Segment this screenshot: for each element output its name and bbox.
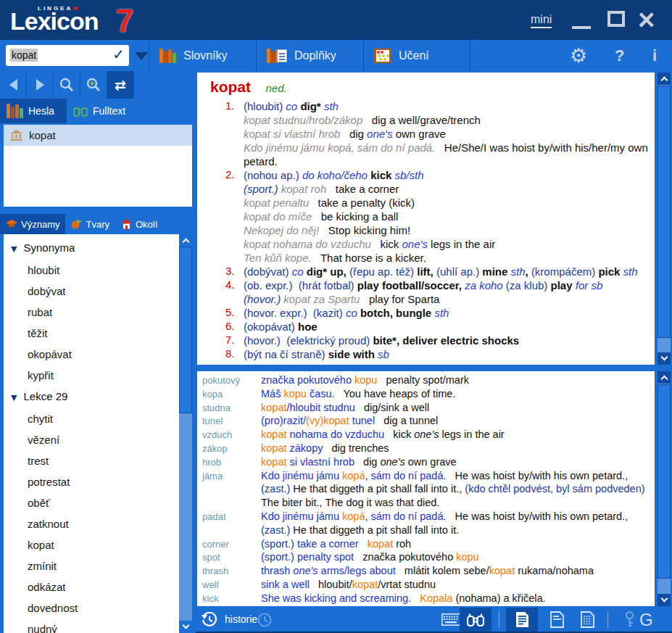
collocation-word[interactable]: corner: [202, 539, 229, 550]
close-button[interactable]: ×: [638, 1, 655, 38]
collocation-word[interactable]: well: [202, 579, 218, 590]
minimize-button[interactable]: [572, 26, 591, 29]
scroll-down-button[interactable]: [658, 594, 671, 606]
tree-item[interactable]: hloubit: [11, 260, 192, 281]
collocation-row[interactable]: kopaMáš kopu času. You have heaps of tim…: [197, 387, 655, 401]
tab-doplnky[interactable]: Doplňky: [256, 40, 363, 71]
scroll-down-button[interactable]: [658, 352, 671, 365]
info-icon[interactable]: i: [652, 46, 657, 65]
tree-item[interactable]: okopávat: [11, 344, 192, 365]
collocation-word[interactable]: zákop: [202, 443, 228, 454]
tree-item[interactable]: kypřit: [11, 365, 192, 386]
collocation-row[interactable]: vzduchkopat nohama do vzduchu kick one's…: [197, 428, 655, 442]
tree-item[interactable]: oběť: [11, 492, 192, 513]
collocation-word[interactable]: pokutový: [202, 375, 240, 386]
tab-okoli[interactable]: Okolí: [115, 214, 163, 234]
tab-uceni[interactable]: Učení: [363, 40, 470, 71]
tab-tvary[interactable]: Tvary: [65, 214, 115, 234]
google-search-icon[interactable]: G: [639, 610, 653, 630]
collocation-row[interactable]: wellsink a well hloubit/kopat/vrtat stud…: [197, 578, 655, 592]
tree-item[interactable]: kopat: [11, 534, 192, 555]
collocation-row[interactable]: spot(sport.) penalty spot značka pokutov…: [197, 550, 655, 564]
collocation-row[interactable]: He was hoist by his own petard. Kdo jiné…: [197, 605, 655, 606]
tab-hesla[interactable]: Hesla: [0, 99, 67, 123]
tab-slovniky[interactable]: Slovníky: [149, 40, 256, 71]
tree-item[interactable]: chytit: [11, 408, 192, 429]
entry-line: (okopávat) hoe: [244, 320, 650, 334]
tree-item[interactable]: potrestat: [11, 471, 192, 492]
mini-mode-link[interactable]: mini: [531, 13, 552, 28]
tree-item[interactable]: zmínit: [11, 555, 192, 576]
tree-group-header[interactable]: ▼Synonyma: [11, 237, 192, 260]
tree-item[interactable]: vězení: [11, 429, 192, 450]
collocation-word[interactable]: padat: [202, 511, 226, 522]
collocation-word[interactable]: studna: [202, 402, 231, 413]
collocation-row[interactable]: kickShe was kicking and screaming. Kopal…: [197, 592, 655, 605]
swap-languages-button[interactable]: ⇄: [107, 71, 134, 99]
collocation-row[interactable]: tunel(pro)razit/(vy)kopat tunel dig a tu…: [197, 414, 655, 428]
tab-fulltext[interactable]: Fulltext: [67, 99, 196, 123]
collocation-word[interactable]: vzduch: [202, 429, 232, 440]
full-view-button[interactable]: [506, 608, 538, 632]
collocation-word[interactable]: tunel: [202, 415, 223, 426]
collocation-word[interactable]: hrob: [202, 457, 221, 468]
history-clock-icon: [202, 612, 217, 628]
brief-view-button[interactable]: [541, 608, 573, 632]
tree-item[interactable]: těžit: [11, 323, 192, 344]
collocation-row[interactable]: zákopkopat zákopy dig trenches: [197, 442, 655, 455]
tree-group-header[interactable]: ▼Lekce 29: [11, 386, 192, 408]
list-view-button[interactable]: [571, 608, 603, 632]
search-input[interactable]: kopat ✓: [6, 45, 129, 66]
search-dropdown-arrow[interactable]: [135, 52, 148, 60]
fulltext-search-button[interactable]: [460, 608, 491, 632]
back-button[interactable]: [0, 71, 27, 99]
search-plus-button[interactable]: [80, 71, 107, 99]
tree-item[interactable]: dovednost: [11, 597, 192, 618]
scroll-down-button[interactable]: [179, 621, 192, 633]
scroll-thumb[interactable]: [658, 384, 671, 579]
collocation-row[interactable]: studnakopat/hloubit studnu dig/sink a we…: [197, 401, 655, 415]
tree-list: ▼Synonymahloubitdobývatrubattěžitokopáva…: [4, 234, 192, 633]
collocations-scrollbar[interactable]: [658, 371, 671, 606]
history-forward-button[interactable]: [252, 608, 277, 632]
scroll-up-button[interactable]: [658, 371, 671, 384]
settings-gear-icon[interactable]: ⚙: [570, 44, 587, 67]
tree-scrollbar[interactable]: [179, 234, 192, 633]
collocation-row[interactable]: hrobkopat si vlastní hrob dig one's own …: [197, 455, 655, 469]
tree-item[interactable]: zatknout: [11, 513, 192, 534]
collocation-word[interactable]: thrash: [202, 566, 228, 576]
keyboard-icon: [441, 613, 461, 626]
scroll-thumb[interactable]: [179, 247, 192, 413]
collocation-row[interactable]: pokutovýznačka pokutového kopu penalty s…: [197, 373, 655, 387]
tree-item[interactable]: trest: [11, 450, 192, 471]
tree-item[interactable]: odkázat: [11, 576, 192, 597]
collocation-row[interactable]: padatKdo jinému jámu kopá, sám do ní pad…: [197, 510, 655, 537]
entry-sense: 5.(hovor. expr.) (kazit) co botch, bungl…: [210, 306, 650, 320]
collapse-triangle-icon[interactable]: ▼: [11, 393, 17, 402]
result-item-kopat[interactable]: kopat: [4, 125, 192, 146]
maximize-button[interactable]: [607, 11, 625, 27]
scroll-up-button[interactable]: [658, 73, 671, 85]
collocation-word[interactable]: jáma: [202, 471, 223, 481]
tree-item[interactable]: nudný: [11, 618, 192, 633]
collocation-word[interactable]: kick: [202, 593, 218, 604]
collapse-triangle-icon[interactable]: ▼: [11, 244, 17, 254]
scroll-up-button[interactable]: [179, 234, 192, 247]
tab-vyznamy[interactable]: Významy: [0, 214, 65, 234]
entry-line: Nekopej do něj! Stop kicking him!: [244, 223, 650, 237]
collocation-word[interactable]: spot: [202, 552, 220, 563]
check-icon[interactable]: ✓: [112, 46, 125, 63]
collocation-word[interactable]: kopa: [202, 389, 223, 400]
scroll-thumb[interactable]: [658, 86, 671, 338]
sense-number: 5.: [225, 306, 235, 318]
tree-item[interactable]: dobývat: [11, 281, 192, 302]
collocation-row[interactable]: thrashthrash one's arms/legs about mláti…: [197, 564, 655, 578]
collocation-row[interactable]: jámaKdo jinému jámu kopá, sám do ní padá…: [197, 469, 655, 510]
help-icon[interactable]: ?: [615, 46, 624, 65]
entry-scrollbar[interactable]: [658, 73, 671, 365]
search-button[interactable]: [54, 71, 80, 99]
collocation-row[interactable]: corner(sport.) take a corner kopat roh: [197, 537, 655, 551]
forward-button[interactable]: [27, 71, 54, 99]
history-button[interactable]: [197, 608, 222, 632]
tree-item[interactable]: rubat: [11, 302, 192, 323]
